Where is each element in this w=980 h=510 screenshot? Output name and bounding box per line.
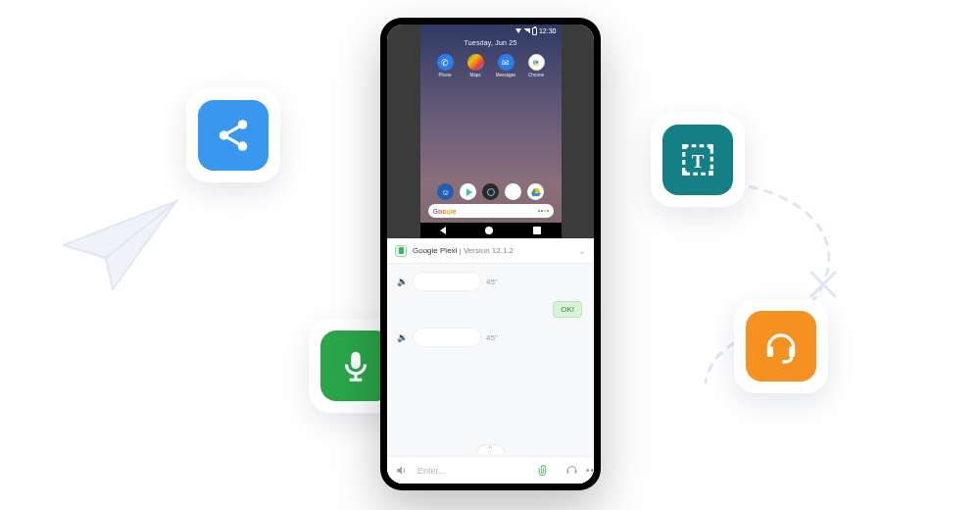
chat-input-bar: •••: [387, 456, 594, 484]
home-date: Tuesday, Jun 25: [420, 39, 562, 46]
svg-rect-11: [351, 352, 361, 369]
svg-point-3: [238, 120, 248, 129]
phone-screen: 12:30 Tuesday, Jun 25 ✆Phone Maps ✉Messa…: [387, 25, 594, 484]
svg-rect-6: [682, 144, 687, 149]
android-nav-bar: [420, 223, 562, 238]
dock: ☺ 31: [420, 178, 562, 204]
voice-bubble: [413, 272, 481, 291]
clock: 12:30: [539, 27, 557, 34]
recents-button[interactable]: [533, 227, 541, 234]
chat-messages: 🔉 45'' OK! 🔉 45'': [387, 264, 594, 442]
maps-icon: [467, 54, 484, 71]
svg-rect-15: [789, 346, 795, 357]
android-screenshot: 12:30 Tuesday, Jun 25 ✆Phone Maps ✉Messa…: [387, 25, 594, 238]
svg-point-4: [238, 141, 248, 151]
reply-message[interactable]: OK!: [397, 301, 582, 318]
speaker-icon: 🔉: [397, 277, 408, 286]
speaker-icon: 🔉: [397, 332, 408, 342]
svg-rect-18: [575, 471, 577, 474]
play-store-icon[interactable]: [460, 183, 476, 200]
status-bar: 12:30: [420, 25, 562, 37]
contacts-icon[interactable]: ☺: [437, 183, 454, 200]
svg-point-2: [220, 130, 229, 140]
share-icon: [215, 117, 252, 154]
voice-bubble: [413, 328, 481, 347]
messages-icon: ✉: [498, 54, 514, 71]
message-input[interactable]: [416, 465, 529, 477]
device-chip-icon: [395, 245, 407, 257]
expand-handle[interactable]: ⌃: [387, 442, 594, 456]
app-maps[interactable]: Maps: [463, 54, 488, 77]
chrome-icon: [528, 54, 545, 71]
camera-icon[interactable]: [482, 183, 499, 200]
more-icon[interactable]: •••: [586, 465, 594, 476]
voice-duration: 45'': [486, 333, 498, 342]
assistant-icon: [538, 210, 549, 212]
headset-icon: [762, 328, 800, 365]
chat-panel: Google Piexl | Version 12.1.2 ⌄ 🔉 45'' O…: [387, 238, 594, 484]
chat-header[interactable]: Google Piexl | Version 12.1.2 ⌄: [387, 238, 594, 264]
calendar-icon[interactable]: 31: [505, 183, 521, 200]
attachment-icon[interactable]: [537, 464, 550, 477]
share-tile[interactable]: [186, 88, 280, 182]
chevron-down-icon[interactable]: ⌄: [578, 245, 586, 256]
svg-rect-14: [767, 346, 773, 357]
battery-icon: [532, 27, 537, 35]
headset-tile[interactable]: [734, 299, 828, 393]
svg-rect-17: [567, 471, 569, 474]
chat-title: Google Piexl | Version 12.1.2: [413, 246, 514, 255]
text-frame-icon: T: [679, 141, 716, 178]
app-phone[interactable]: ✆Phone: [432, 54, 458, 77]
phone-frame: 12:30 Tuesday, Jun 25 ✆Phone Maps ✉Messa…: [380, 18, 601, 490]
google-search-bar[interactable]: Google: [428, 204, 554, 218]
phone-icon: ✆: [437, 54, 454, 71]
svg-point-16: [782, 360, 786, 364]
svg-rect-8: [682, 171, 687, 176]
app-messages[interactable]: ✉Messages: [493, 54, 518, 77]
app-chrome[interactable]: Chrome: [523, 54, 549, 77]
cell-signal-icon: [523, 28, 530, 33]
svg-rect-7: [709, 144, 713, 149]
support-headset-icon[interactable]: [565, 464, 578, 477]
back-button[interactable]: [440, 227, 446, 234]
text-frame-tile[interactable]: T: [651, 113, 745, 207]
voice-message[interactable]: 🔉 45'': [397, 272, 584, 291]
app-row: ✆Phone Maps ✉Messages Chrome: [420, 54, 562, 77]
sound-icon[interactable]: [395, 464, 408, 477]
drive-icon[interactable]: [527, 183, 544, 200]
signal-triangle-icon: [515, 28, 521, 33]
svg-text:T: T: [692, 151, 705, 172]
voice-message[interactable]: 🔉 45'': [397, 328, 584, 347]
paper-plane-decoration: [59, 191, 186, 303]
svg-rect-9: [709, 171, 713, 176]
reply-text: OK!: [553, 301, 582, 318]
voice-duration: 45'': [486, 278, 498, 286]
mic-icon: [337, 347, 374, 384]
google-logo: Google: [433, 208, 457, 215]
home-button[interactable]: [485, 227, 493, 234]
